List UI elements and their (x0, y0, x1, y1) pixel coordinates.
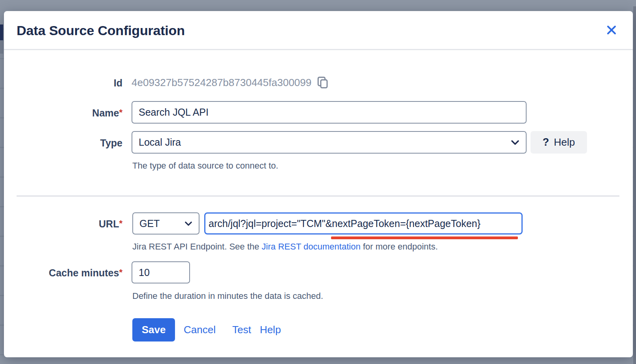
id-label-text: Id (114, 77, 122, 88)
close-button[interactable] (603, 21, 620, 39)
chevron-down-icon (511, 140, 519, 145)
dialog-title: Data Source Configuration (17, 11, 185, 50)
url-label-text: URL (99, 218, 119, 229)
background-page-fragment (0, 40, 3, 54)
type-label: Type (4, 137, 122, 149)
name-label: Name* (4, 107, 122, 119)
cache-helper-text: Define the duration in minutes the data … (132, 291, 323, 301)
url-helper-prefix: Jira REST API Endpoint. See the (132, 242, 262, 251)
cache-minutes-input[interactable] (132, 261, 190, 283)
chevron-down-icon (184, 221, 192, 226)
test-button[interactable]: Test (232, 324, 251, 336)
url-helper-text: Jira REST API Endpoint. See the Jira RES… (132, 242, 438, 252)
required-asterisk: * (119, 107, 122, 117)
x-icon (606, 24, 617, 36)
dialog-header: Data Source Configuration (4, 11, 633, 50)
copy-icon (316, 76, 329, 89)
data-source-configuration-dialog: Data Source Configuration Id 4e09327b575… (4, 11, 633, 357)
url-input[interactable] (204, 212, 523, 235)
help-button-label: Help (554, 136, 575, 148)
type-selected-option: Local Jira (139, 137, 181, 148)
id-value-text: 4e09327b57524287b8730445fa300099 (132, 77, 311, 89)
name-input[interactable] (132, 101, 527, 124)
cancel-button[interactable]: Cancel (184, 324, 216, 336)
id-value: 4e09327b57524287b8730445fa300099 (132, 76, 329, 89)
name-label-text: Name (92, 107, 119, 118)
help-link-button[interactable]: Help (260, 324, 281, 336)
cache-minutes-label: Cache minutes* (4, 267, 122, 279)
type-helper-text: The type of data source to connect to. (132, 161, 278, 171)
save-button[interactable]: Save (132, 318, 175, 341)
annotation-underline (331, 236, 518, 239)
copy-id-button[interactable] (316, 76, 329, 89)
http-method-select[interactable]: GET (132, 212, 199, 235)
question-mark-icon: ? (543, 136, 549, 148)
required-asterisk: * (119, 267, 122, 277)
type-help-button[interactable]: ? Help (531, 131, 587, 154)
url-label: URL* (4, 218, 122, 230)
background-page-fragment (0, 24, 3, 40)
jira-rest-documentation-link[interactable]: Jira REST documentation (262, 242, 360, 251)
id-label: Id (4, 77, 122, 89)
section-divider (17, 195, 619, 197)
url-helper-suffix: for more endpoints. (361, 242, 438, 251)
type-label-text: Type (100, 137, 123, 148)
background-page-edge (633, 6, 636, 364)
dialog-actions: Save Cancel Test Help (132, 318, 281, 341)
method-selected-option: GET (139, 218, 160, 229)
cache-minutes-label-text: Cache minutes (49, 267, 119, 278)
type-select[interactable]: Local Jira (132, 131, 527, 154)
required-asterisk: * (119, 218, 122, 228)
